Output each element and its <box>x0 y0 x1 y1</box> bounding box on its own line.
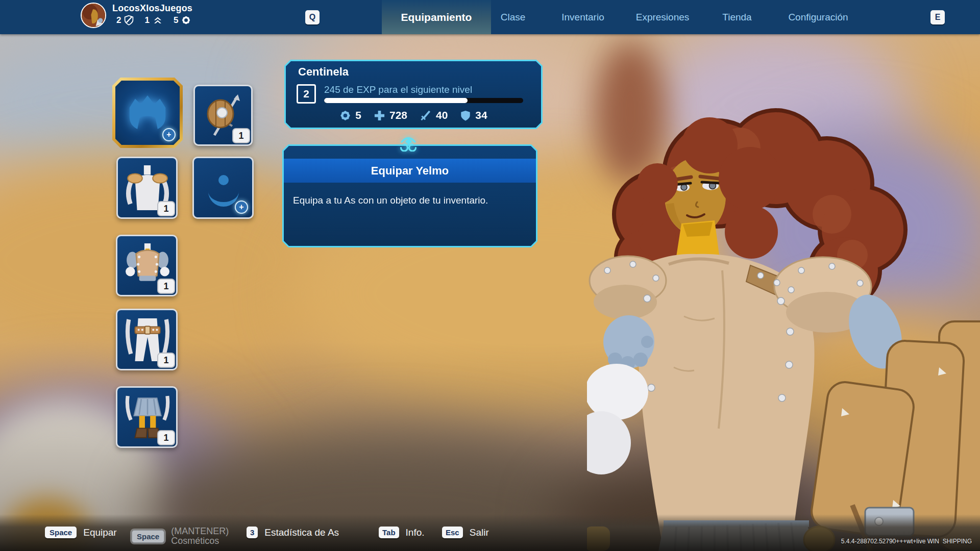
hint-label: Estadística de As <box>264 527 339 538</box>
player-stat-gear: 5 <box>174 15 191 26</box>
burst-star-icon <box>339 110 351 121</box>
stat-power: 5 <box>339 109 361 121</box>
stat-value: 1 <box>144 15 149 26</box>
item-count-badge: 1 <box>157 279 175 294</box>
equip-action-button[interactable]: Equipar Yelmo <box>284 159 536 183</box>
back-slot[interactable]: + <box>192 157 254 219</box>
player-avatar[interactable] <box>81 3 106 28</box>
hint-equip: Space Equipar <box>45 527 117 538</box>
hint-ace-stats: 3 Estadística de As <box>247 527 339 538</box>
class-info-panel: Centinela 2 245 de EXP para el siguiente… <box>284 60 543 129</box>
tab-keycap[interactable]: Tab <box>379 527 399 538</box>
exp-to-next-level: 245 de EXP para el siguiente nivel <box>324 84 472 95</box>
stat-defense: 34 <box>460 109 487 121</box>
shield-icon <box>460 110 471 121</box>
player-stat-rank: 1 <box>144 15 163 26</box>
gear-icon <box>181 15 191 26</box>
hint-cosmetics: Space (MANTENER) Cosméticos <box>132 527 229 546</box>
class-name: Centinela <box>298 65 349 79</box>
chest-slot[interactable]: 1 <box>116 235 178 296</box>
stat-attack: 40 <box>420 109 448 121</box>
tab-configuracion[interactable]: Configuración <box>775 0 862 34</box>
stat-value: 5 <box>174 15 178 26</box>
stat-value: 2 <box>116 15 121 26</box>
helmet-silhouette-icon <box>125 93 170 133</box>
item-count-badge: 1 <box>157 430 175 445</box>
bottom-hint-bar: Space Equipar Space (MANTENER) Cosmético… <box>0 514 980 551</box>
stat-value: 34 <box>475 109 487 121</box>
tab-tienda[interactable]: Tienda <box>712 0 763 34</box>
legs-slot[interactable]: 1 <box>116 386 178 448</box>
double-chevron-up-icon <box>152 15 163 26</box>
equip-action-description: Equipa a tu As con un objeto de tu inven… <box>293 195 529 206</box>
space-hold-keycap[interactable]: Space <box>132 530 164 543</box>
helmet-slot-selected[interactable]: + <box>112 78 183 148</box>
exp-progress-bar <box>324 98 523 103</box>
player-stats: 2 1 5 <box>116 15 191 26</box>
class-stats-row: 5 728 40 34 <box>286 109 541 121</box>
shield-sword-icon <box>124 15 134 26</box>
space-keycap[interactable]: Space <box>45 527 77 538</box>
character-portrait <box>587 102 980 551</box>
equip-action-panel: Equipar Yelmo Equipa a tu As con un obje… <box>282 144 537 247</box>
item-count-badge: 1 <box>157 201 175 216</box>
build-version: 5.4.4-288702.52790+++wt+live WIN SHIPPIN… <box>841 538 972 545</box>
sword-icon <box>420 110 432 121</box>
stat-value: 40 <box>436 109 448 121</box>
hint-hold-note: (MANTENER) <box>171 527 229 536</box>
hint-exit: Esc Salir <box>442 527 489 538</box>
hint-label: Salir <box>470 527 489 538</box>
hint-label: Cosméticos <box>171 536 229 546</box>
esc-keycap[interactable]: Esc <box>442 527 463 538</box>
exp-bar-fill <box>324 98 468 103</box>
stat-health: 728 <box>374 109 407 121</box>
stat-value: 728 <box>389 109 407 121</box>
top-bar: LocosXlosJuegos 2 1 5 Q Equipamiento <box>0 0 980 34</box>
tab-inventario[interactable]: Inventario <box>551 0 615 34</box>
hint-label-stack: (MANTENER) Cosméticos <box>171 527 229 546</box>
item-count-badge: 1 <box>232 128 250 143</box>
hint-label: Info. <box>406 527 425 538</box>
body-slot[interactable]: 1 <box>116 157 178 219</box>
hint-info: Tab Info. <box>379 527 425 538</box>
plus-icon <box>374 110 385 121</box>
add-item-badge[interactable]: + <box>162 128 176 141</box>
player-stat-matches: 2 <box>116 15 134 26</box>
stat-value: 5 <box>355 109 361 121</box>
tab-expresiones[interactable]: Expresiones <box>627 0 698 34</box>
add-item-badge[interactable]: + <box>235 201 248 214</box>
item-count-badge: 1 <box>157 353 175 368</box>
three-keycap[interactable]: 3 <box>247 527 258 538</box>
panel-ornament-icon <box>397 133 420 152</box>
nav-prev-keycap[interactable]: Q <box>305 10 320 24</box>
class-level-box: 2 <box>297 84 316 104</box>
belt-slot[interactable]: 1 <box>116 309 178 370</box>
nav-next-keycap[interactable]: E <box>930 10 945 24</box>
hint-label: Equipar <box>83 527 117 538</box>
weapon-slot[interactable]: 1 <box>193 85 253 146</box>
player-name: LocosXlosJuegos <box>112 3 192 14</box>
tab-clase[interactable]: Clase <box>485 0 541 34</box>
tab-equipamiento[interactable]: Equipamiento <box>382 0 491 34</box>
